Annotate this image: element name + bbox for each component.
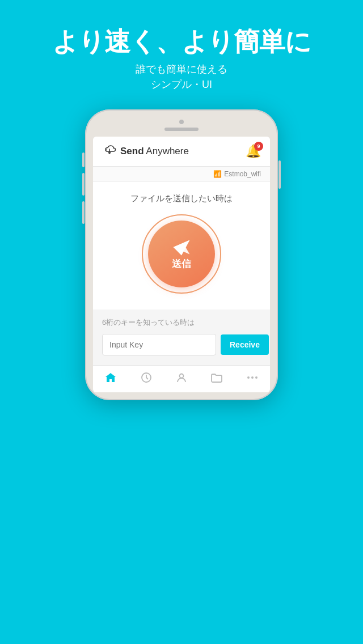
speaker-grill xyxy=(164,128,199,131)
volume-down-button xyxy=(82,201,85,224)
wifi-name: Estmob_wifi xyxy=(224,170,261,178)
home-icon xyxy=(104,371,117,387)
nav-home[interactable] xyxy=(104,371,117,387)
notification-bell-wrap[interactable]: 🔔 9 xyxy=(246,144,261,159)
key-input[interactable] xyxy=(102,334,216,355)
app-logo: Send Anywhere xyxy=(102,143,189,159)
camera-dot xyxy=(179,120,184,124)
svg-point-16 xyxy=(251,376,254,379)
power-button xyxy=(278,160,281,189)
send-label: ファイルを送信したい時は xyxy=(130,193,233,204)
volume-up-button xyxy=(82,173,85,196)
receive-section-label: 6桁のキーを知っている時は xyxy=(102,317,261,328)
folder-icon xyxy=(210,371,223,387)
svg-point-17 xyxy=(255,376,258,379)
cloud-upload-icon xyxy=(102,143,117,159)
more-dots-icon xyxy=(246,371,259,387)
clock-icon xyxy=(140,371,153,387)
subtitle-line1: 誰でも簡単に使える xyxy=(136,63,227,75)
wifi-icon: 📶 xyxy=(213,170,222,178)
phone-screen: Send Anywhere 🔔 9 📶 Estmob_wifi ファイルを送信し… xyxy=(93,137,270,392)
send-section: ファイルを送信したい時は 送信 xyxy=(93,182,270,310)
send-button[interactable]: 送信 xyxy=(148,221,215,287)
bottom-navigation xyxy=(93,365,270,392)
subtitle-line2: シンプル・UI xyxy=(151,79,212,90)
header-title: より速く、より簡単に xyxy=(0,27,363,56)
nav-more[interactable] xyxy=(246,371,259,387)
user-icon xyxy=(175,371,188,387)
mute-button xyxy=(82,152,85,167)
phone-body: Send Anywhere 🔔 9 📶 Estmob_wifi ファイルを送信し… xyxy=(85,109,278,400)
nav-files[interactable] xyxy=(210,371,223,387)
paper-plane-icon xyxy=(171,237,192,257)
send-button-label: 送信 xyxy=(172,257,191,270)
phone-mockup: Send Anywhere 🔔 9 📶 Estmob_wifi ファイルを送信し… xyxy=(0,109,363,400)
app-header-bar: Send Anywhere 🔔 9 xyxy=(93,137,270,167)
receive-section: 6桁のキーを知っている時は Receive xyxy=(93,310,270,365)
send-button-wrap: 送信 xyxy=(142,214,221,294)
app-logo-text: Send Anywhere xyxy=(120,146,189,157)
nav-history[interactable] xyxy=(140,371,153,387)
svg-point-15 xyxy=(247,376,250,379)
svg-point-14 xyxy=(179,374,183,378)
receive-button[interactable]: Receive xyxy=(221,334,269,355)
header-area: より速く、より簡単に 誰でも簡単に使える シンプル・UI xyxy=(0,0,363,109)
receive-row: Receive xyxy=(102,333,261,356)
wifi-bar: 📶 Estmob_wifi xyxy=(93,167,270,182)
phone-top-details xyxy=(93,120,270,131)
notification-badge: 9 xyxy=(254,142,263,151)
nav-profile[interactable] xyxy=(175,371,188,387)
header-subtitle: 誰でも簡単に使える シンプル・UI xyxy=(0,62,363,92)
